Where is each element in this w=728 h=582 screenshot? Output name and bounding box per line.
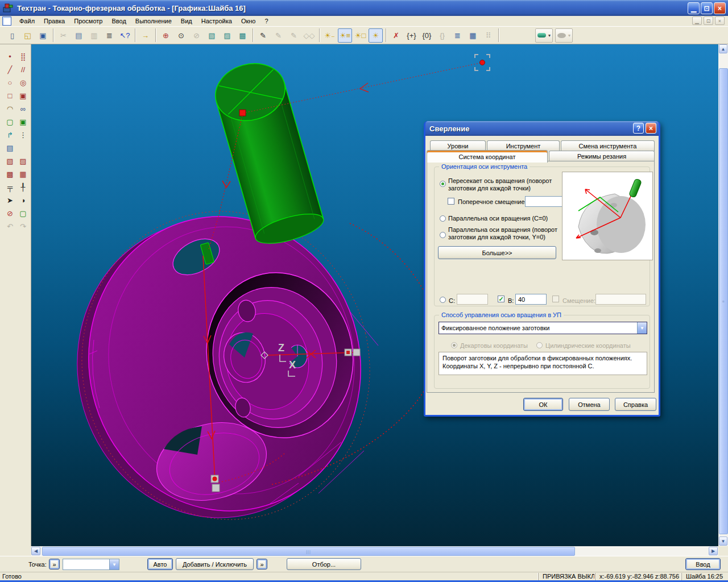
frame-green-icon[interactable]: ▢ [3, 115, 16, 128]
vertical-scroll-thumb[interactable]: ≡ [719, 68, 728, 534]
auto-button[interactable]: Авто [147, 558, 173, 570]
c-input[interactable] [457, 294, 488, 305]
menu-item-7[interactable]: Окно [237, 17, 260, 25]
contour-icon[interactable]: ▣ [16, 89, 30, 102]
view-front-icon[interactable]: ▨ [220, 28, 234, 43]
graph-window-icon[interactable]: ▦ [466, 28, 480, 43]
nodes-icon[interactable]: ◇◇ [302, 28, 316, 43]
b-checkbox[interactable]: ✓ [498, 296, 504, 302]
radio-cartesian[interactable] [451, 342, 457, 348]
tab-tool-change[interactable]: Смена инструмента [561, 140, 655, 151]
add-exclude-button[interactable]: Добавить / Исключить [176, 558, 254, 570]
horizontal-scroll-thumb[interactable]: ||| [42, 547, 575, 556]
concentric-circles-icon[interactable]: ◎ [16, 76, 30, 89]
show-box-icon[interactable]: ☀□ [353, 28, 367, 43]
restore-button[interactable]: ⊡ [701, 2, 713, 14]
frame-copy-icon[interactable]: ▣ [16, 115, 30, 128]
point-icon[interactable]: • [3, 50, 16, 63]
pen-3-icon[interactable]: ✎ [287, 28, 301, 43]
dots-icon[interactable]: ⠿ [481, 28, 495, 43]
dialog-help-icon[interactable]: ? [633, 123, 644, 134]
paste-icon[interactable]: ▥ [87, 28, 101, 43]
zoom-icon[interactable]: ⊙ [174, 28, 188, 43]
view-iso-icon[interactable]: ▧ [205, 28, 219, 43]
no-entry-icon[interactable]: ⊘ [3, 207, 16, 220]
cut-icon[interactable]: ✂ [56, 28, 71, 43]
child-window-icon[interactable] [2, 16, 11, 26]
menu-item-2[interactable]: Просмотр [69, 17, 107, 25]
combo-arrow-icon[interactable]: ▼ [637, 322, 647, 334]
close-button[interactable]: × [714, 2, 726, 14]
view-side-icon[interactable]: ▩ [235, 28, 250, 43]
drill-axes-icon[interactable]: ╀ [16, 181, 30, 194]
tab-coordinate-system[interactable]: Система координат [427, 150, 548, 163]
braces-add-icon[interactable]: {+} [404, 28, 419, 43]
drill-icon[interactable]: ╤ [3, 181, 16, 194]
undo-icon[interactable]: ↶ [3, 220, 16, 233]
scroll-down-button[interactable]: ▼ [719, 537, 727, 546]
scroll-up-button[interactable]: ▲ [719, 44, 727, 53]
cross-offset-input[interactable] [525, 196, 565, 207]
save-icon[interactable]: ▣ [36, 28, 50, 43]
enter-button[interactable]: Ввод [685, 558, 721, 570]
menu-item-8[interactable]: ? [260, 17, 272, 25]
shift-input[interactable] [595, 294, 646, 305]
braces-empty-icon[interactable]: {} [435, 28, 449, 43]
mdi-minimize-button[interactable]: ▁ [692, 16, 702, 25]
traffic-light-icon[interactable]: ⋮ [16, 128, 30, 142]
scroll-left-button[interactable]: ◀ [31, 547, 40, 555]
minimize-button[interactable]: ▁ [688, 2, 700, 14]
select-button[interactable]: Отбор... [287, 558, 361, 570]
multiline-icon[interactable]: // [16, 63, 30, 76]
menu-item-1[interactable]: Правка [39, 17, 69, 25]
vertical-scrollbar[interactable]: ▲ ≡ ▼ [718, 44, 728, 546]
point-expand-button[interactable]: » [49, 559, 60, 569]
radio-c[interactable] [440, 297, 446, 303]
menu-item-0[interactable]: Файл [15, 17, 39, 25]
shift-checkbox[interactable] [552, 296, 559, 302]
mill-direction-icon[interactable]: ➤ [3, 194, 16, 207]
pen-icon[interactable]: ✎ [256, 28, 270, 43]
ok-button[interactable]: ОК [523, 398, 563, 411]
radio-parallel-c0[interactable] [440, 215, 446, 222]
radio-parallel-y0[interactable] [440, 232, 446, 238]
pen-2-icon[interactable]: ✎ [271, 28, 286, 43]
tool-dropdown[interactable]: ▾ [535, 28, 553, 43]
radio-cylindrical[interactable] [536, 342, 543, 348]
context-help-icon[interactable]: ↖? [118, 28, 132, 43]
spindle-dropdown[interactable]: ▾ [555, 28, 573, 43]
scroll-right-button[interactable]: ▶ [709, 547, 718, 555]
insert-list-icon[interactable]: ≣ [450, 28, 465, 43]
menu-item-6[interactable]: Настройка [197, 17, 237, 25]
zoom-window-icon[interactable]: ⊘ [189, 28, 204, 43]
transform-arrow-icon[interactable]: ↱ [3, 128, 16, 142]
mdi-restore-button[interactable]: ⊡ [704, 16, 713, 25]
cross-offset-checkbox[interactable] [448, 198, 454, 205]
print-icon[interactable]: ≣ [102, 28, 117, 43]
horizontal-scrollbar[interactable]: ◀ ||| ▶ [31, 546, 718, 556]
lathe-cycle-3-icon[interactable]: ▩ [3, 168, 16, 181]
more-button[interactable]: Больше>> [438, 246, 556, 259]
surface-icon[interactable]: ◠ [3, 102, 16, 115]
dialog-close-icon[interactable]: × [646, 123, 656, 134]
copy-icon[interactable]: ▤ [72, 28, 86, 43]
mdi-close-button[interactable]: × [715, 16, 725, 25]
cancel-button[interactable]: Отмена [569, 398, 610, 411]
help-button[interactable]: Справка [615, 398, 656, 411]
circle-icon[interactable]: ○ [3, 76, 16, 89]
export-document-icon[interactable]: → [138, 28, 152, 43]
frame-green-2-icon[interactable]: ▢ [16, 207, 30, 220]
show-all-icon[interactable]: ☀ [369, 28, 383, 43]
b-input[interactable]: 40 [515, 294, 547, 305]
show-list-icon[interactable]: ☀≡ [338, 28, 352, 43]
point-combo-arrow-icon[interactable]: ▼ [109, 559, 119, 569]
line-icon[interactable]: ╱ [3, 63, 16, 76]
new-document-icon[interactable]: ▯ [5, 28, 19, 43]
ball-mill-icon[interactable]: ◑ [16, 194, 30, 207]
dialog-title-bar[interactable]: Сверление ? × [425, 121, 659, 136]
lathe-cycle-4-icon[interactable]: ▦ [16, 168, 30, 181]
sheet-export-icon[interactable]: ▤ [3, 142, 16, 155]
rectangle-icon[interactable]: □ [3, 89, 16, 102]
open-folder-icon[interactable]: ◱ [20, 28, 35, 43]
point-combobox[interactable]: ▼ [63, 559, 119, 570]
